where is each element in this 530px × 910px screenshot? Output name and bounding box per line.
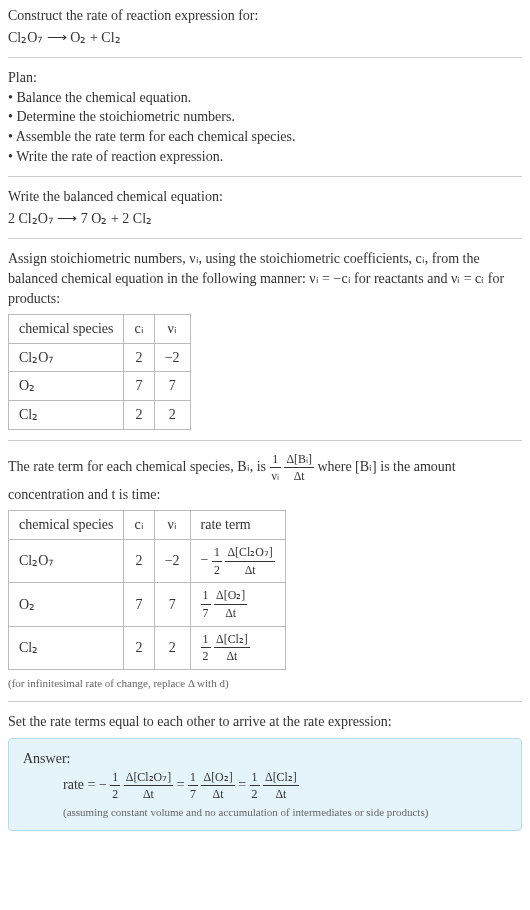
text: The rate term for each chemical species,… — [8, 459, 270, 474]
infinitesimal-note: (for infinitesimal rate of change, repla… — [8, 676, 522, 691]
cell-vi: −2 — [154, 343, 190, 372]
col-rate-term: rate term — [190, 511, 285, 540]
cell-vi: −2 — [154, 540, 190, 583]
cell-rate-term: 12 Δ[Cl₂]Δt — [190, 626, 285, 669]
plan-heading: Plan: — [8, 68, 522, 88]
coef-frac: 12 — [250, 769, 260, 803]
plan-item: • Balance the chemical equation. — [8, 88, 522, 108]
cell-vi: 2 — [154, 626, 190, 669]
deriv-frac: Δ[O₂]Δt — [214, 587, 247, 621]
set-equal-text: Set the rate terms equal to each other t… — [8, 712, 522, 732]
cell-species: Cl₂O₇ — [9, 343, 124, 372]
stoich-table: chemical species cᵢ νᵢ Cl₂O₇ 2 −2 O₂ 7 7… — [8, 314, 191, 429]
balanced-heading: Write the balanced chemical equation: — [8, 187, 522, 207]
deriv-frac: Δ[Cl₂O₇]Δt — [124, 769, 173, 803]
cell-species: O₂ — [9, 372, 124, 401]
cell-ci: 7 — [124, 583, 154, 626]
cell-species: O₂ — [9, 583, 124, 626]
cell-vi: 7 — [154, 583, 190, 626]
col-species: chemical species — [9, 511, 124, 540]
balanced-equation: 2 Cl₂O₇ ⟶ 7 O₂ + 2 Cl₂ — [8, 209, 522, 229]
deriv-frac: Δ[Cl₂O₇]Δt — [225, 544, 274, 578]
cell-ci: 2 — [124, 343, 154, 372]
rate-term-table: chemical species cᵢ νᵢ rate term Cl₂O₇ 2… — [8, 510, 286, 670]
stoich-intro: Assign stoichiometric numbers, νᵢ, using… — [8, 249, 522, 308]
divider — [8, 176, 522, 177]
table-row: O₂ 7 7 17 Δ[O₂]Δt — [9, 583, 286, 626]
rate-term-intro: The rate term for each chemical species,… — [8, 451, 522, 505]
frac-one-over-nu: 1νᵢ — [270, 451, 281, 485]
equals: = — [177, 777, 188, 792]
cell-species: Cl₂O₇ — [9, 540, 124, 583]
answer-box: Answer: rate = − 12 Δ[Cl₂O₇]Δt = 17 Δ[O₂… — [8, 738, 522, 831]
divider — [8, 440, 522, 441]
cell-rate-term: 17 Δ[O₂]Δt — [190, 583, 285, 626]
cell-species: Cl₂ — [9, 626, 124, 669]
deriv-frac: Δ[O₂]Δt — [201, 769, 234, 803]
table-row: Cl₂O₇ 2 −2 − 12 Δ[Cl₂O₇]Δt — [9, 540, 286, 583]
prompt-text: Construct the rate of reaction expressio… — [8, 6, 522, 26]
cell-ci: 2 — [124, 540, 154, 583]
divider — [8, 701, 522, 702]
coef-frac: 17 — [188, 769, 198, 803]
table-row: Cl₂ 2 2 12 Δ[Cl₂]Δt — [9, 626, 286, 669]
sign: − — [99, 777, 107, 792]
col-ci: cᵢ — [124, 315, 154, 344]
cell-ci: 2 — [124, 400, 154, 429]
divider — [8, 57, 522, 58]
cell-vi: 2 — [154, 400, 190, 429]
frac-dBi-dt: Δ[Bᵢ]Δt — [284, 451, 314, 485]
table-row: chemical species cᵢ νᵢ — [9, 315, 191, 344]
cell-ci: 7 — [124, 372, 154, 401]
coef-frac: 12 — [201, 631, 211, 665]
document: Construct the rate of reaction expressio… — [8, 6, 522, 831]
rate-label: rate = — [63, 777, 99, 792]
col-species: chemical species — [9, 315, 124, 344]
equals: = — [238, 777, 249, 792]
sign: − — [201, 552, 209, 567]
col-vi: νᵢ — [154, 511, 190, 540]
col-ci: cᵢ — [124, 511, 154, 540]
plan-item: • Write the rate of reaction expression. — [8, 147, 522, 167]
plan-item: • Determine the stoichiometric numbers. — [8, 107, 522, 127]
col-vi: νᵢ — [154, 315, 190, 344]
answer-label: Answer: — [23, 749, 507, 769]
cell-vi: 7 — [154, 372, 190, 401]
cell-species: Cl₂ — [9, 400, 124, 429]
unbalanced-equation: Cl₂O₇ ⟶ O₂ + Cl₂ — [8, 28, 522, 48]
table-row: Cl₂ 2 2 — [9, 400, 191, 429]
cell-rate-term: − 12 Δ[Cl₂O₇]Δt — [190, 540, 285, 583]
table-row: Cl₂O₇ 2 −2 — [9, 343, 191, 372]
cell-ci: 2 — [124, 626, 154, 669]
coef-frac: 17 — [201, 587, 211, 621]
table-row: chemical species cᵢ νᵢ rate term — [9, 511, 286, 540]
table-row: O₂ 7 7 — [9, 372, 191, 401]
plan-item: • Assemble the rate term for each chemic… — [8, 127, 522, 147]
answer-note: (assuming constant volume and no accumul… — [23, 805, 507, 820]
deriv-frac: Δ[Cl₂]Δt — [214, 631, 250, 665]
rate-expression: rate = − 12 Δ[Cl₂O₇]Δt = 17 Δ[O₂]Δt = 12… — [23, 769, 507, 803]
coef-frac: 12 — [110, 769, 120, 803]
deriv-frac: Δ[Cl₂]Δt — [263, 769, 299, 803]
divider — [8, 238, 522, 239]
coef-frac: 12 — [212, 544, 222, 578]
